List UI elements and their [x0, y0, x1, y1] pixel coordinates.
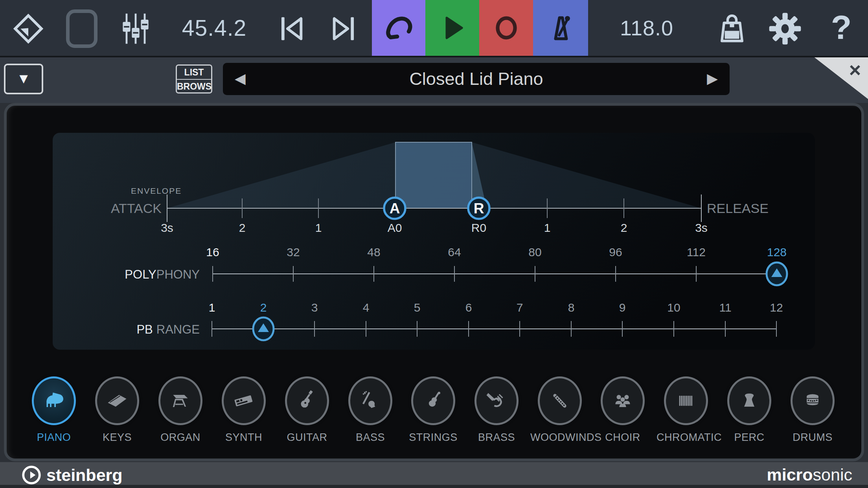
- list-browse-button[interactable]: LIST BROWS: [176, 64, 212, 94]
- instrument-strings[interactable]: STRINGS: [404, 376, 463, 444]
- microsonic-app: 45.4.2: [0, 0, 868, 488]
- instrument-circle[interactable]: [474, 376, 519, 425]
- scale-label: 3s: [161, 221, 173, 234]
- scale-label: 3: [311, 301, 318, 314]
- instrument-circle[interactable]: [727, 376, 771, 425]
- djembe-icon: [737, 389, 761, 413]
- instrument-drums[interactable]: DRUMS: [783, 376, 842, 444]
- play-button[interactable]: [425, 0, 479, 56]
- scale-label: 128: [767, 246, 787, 259]
- bass-icon: [358, 389, 383, 413]
- scale-label: 96: [609, 246, 622, 259]
- scale-label: 32: [287, 246, 300, 259]
- scale-label: 12: [770, 301, 783, 314]
- instrument-label: PERC: [720, 431, 779, 444]
- cubasis-logo-icon[interactable]: [13, 10, 43, 47]
- trumpet-icon: [484, 389, 509, 413]
- instrument-circle[interactable]: [32, 376, 76, 425]
- scale-label: 80: [528, 246, 541, 259]
- instrument-circle[interactable]: [285, 376, 329, 425]
- scale-label: 8: [568, 301, 575, 314]
- scale-label: 48: [367, 246, 380, 259]
- instrument-chromatic[interactable]: CHROMATIC: [657, 376, 715, 444]
- attack-label: ATTACK: [111, 201, 162, 216]
- instrument-woodwinds[interactable]: WOODWINDS: [530, 376, 589, 444]
- dropdown-button[interactable]: ▼: [4, 64, 43, 94]
- metronome-button[interactable]: [533, 0, 588, 56]
- shop-bag-button[interactable]: [714, 11, 750, 47]
- skip-back-button[interactable]: [274, 12, 308, 46]
- scale-label: 2: [260, 301, 267, 314]
- scale-label: 1: [209, 301, 215, 314]
- instrument-label: PIANO: [24, 431, 83, 444]
- scale-label: 1: [315, 221, 322, 234]
- instrument-circle[interactable]: [222, 376, 266, 425]
- instrument-label: WOODWINDS: [530, 431, 589, 444]
- instrument-perc[interactable]: PERC: [720, 376, 779, 444]
- instrument-synth[interactable]: SYNTH: [214, 376, 273, 444]
- instrument-label: SYNTH: [214, 431, 273, 444]
- instrument-label: STRINGS: [404, 431, 463, 444]
- scale-label: 7: [517, 301, 523, 314]
- microsonic-logo: microsonic: [767, 462, 853, 488]
- scale-label: 5: [414, 301, 421, 314]
- instrument-guitar[interactable]: GUITAR: [278, 376, 337, 444]
- snare-drum-icon: [800, 389, 825, 413]
- mallet-bars-icon: [674, 389, 698, 413]
- scale-label: 9: [619, 301, 626, 314]
- scale-label: 64: [448, 246, 461, 259]
- record-button[interactable]: [479, 0, 533, 56]
- scale-label: 16: [206, 246, 219, 259]
- pb-range-label: PBRANGE: [136, 323, 200, 336]
- steinberg-wordmark: steinberg: [46, 466, 123, 485]
- list-browse-label-2: BROWS: [177, 79, 211, 93]
- instrument-bass[interactable]: BASS: [341, 376, 400, 444]
- instrument-piano[interactable]: PIANO: [24, 376, 83, 444]
- instrument-circle[interactable]: [348, 376, 392, 425]
- instrument-circle[interactable]: [411, 376, 455, 425]
- attack-knob[interactable]: A: [384, 198, 405, 219]
- tempo-display[interactable]: 118.0: [605, 0, 688, 56]
- instrument-label: CHROMATIC: [657, 431, 715, 444]
- pb-range-scale-labels: 123456789101112: [209, 301, 783, 314]
- scale-label: A0: [388, 221, 402, 234]
- preset-next-arrow[interactable]: ▶: [707, 63, 718, 95]
- skip-forward-button[interactable]: [327, 12, 361, 46]
- choir-icon: [611, 389, 635, 413]
- release-knob[interactable]: R: [468, 198, 489, 219]
- position-display[interactable]: 45.4.2: [169, 0, 259, 56]
- instrument-circle[interactable]: [538, 376, 582, 425]
- bottom-edge: [0, 485, 868, 488]
- preset-selector[interactable]: ◀ Closed Lid Piano ▶: [223, 63, 730, 95]
- instrument-circle[interactable]: [791, 376, 835, 425]
- envelope-sustain-shape: [395, 142, 472, 208]
- help-button[interactable]: ?: [824, 0, 859, 56]
- settings-gear-button[interactable]: [766, 10, 804, 48]
- release-label: RELEASE: [707, 201, 769, 216]
- instrument-circle[interactable]: [95, 376, 139, 425]
- instrument-organ[interactable]: ORGAN: [151, 376, 210, 444]
- preset-name[interactable]: Closed Lid Piano: [223, 63, 730, 95]
- browser-row: ▼ LIST BROWS ◀ Closed Lid Piano ▶: [0, 57, 868, 103]
- violin-icon: [421, 389, 445, 413]
- play-icon: [434, 10, 471, 46]
- instrument-brass[interactable]: BRASS: [467, 376, 526, 444]
- instrument-circle[interactable]: [158, 376, 202, 425]
- polyphony-thumb[interactable]: [767, 262, 787, 285]
- instrument-choir[interactable]: CHOIR: [593, 376, 652, 444]
- steinberg-circle-play-icon: [21, 465, 42, 485]
- instrument-circle[interactable]: [601, 376, 645, 425]
- scale-label: 3s: [695, 221, 708, 234]
- mixer-icon[interactable]: [117, 10, 154, 48]
- cycle-loop-button[interactable]: [372, 0, 425, 56]
- synth-icon: [232, 389, 256, 413]
- scale-label: 10: [667, 301, 680, 314]
- pb-range-thumb[interactable]: [253, 317, 274, 340]
- stop-square-icon[interactable]: [66, 9, 97, 48]
- instrument-circle[interactable]: [664, 376, 708, 425]
- scale-label: 2: [239, 221, 246, 234]
- instrument-label: DRUMS: [783, 431, 842, 444]
- scale-label: 6: [465, 301, 472, 314]
- instrument-keys[interactable]: KEYS: [88, 376, 147, 444]
- instrument-label: ORGAN: [151, 431, 210, 444]
